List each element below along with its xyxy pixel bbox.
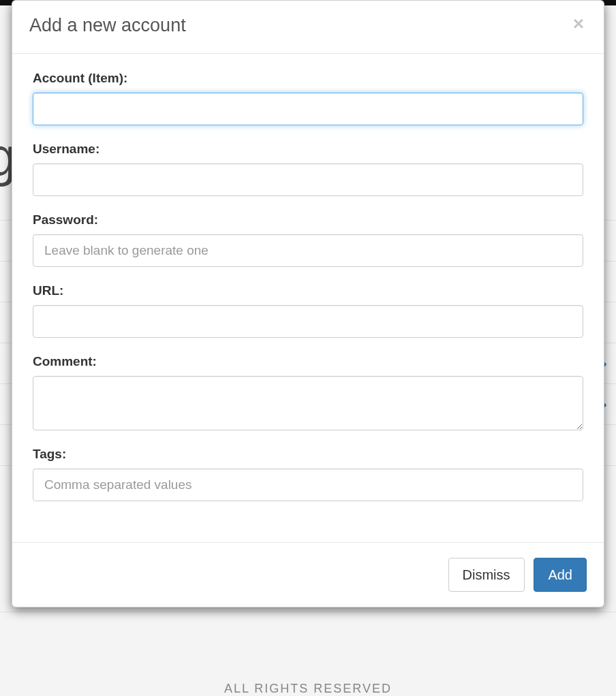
add-account-modal: Add a new account × Account (Item): User… [12, 0, 604, 607]
account-field-group: Account (Item): [33, 71, 583, 125]
password-field-group: Password: [33, 212, 583, 267]
dismiss-button[interactable]: Dismiss [448, 558, 525, 592]
password-label: Password: [33, 212, 583, 227]
url-input[interactable] [33, 305, 583, 338]
url-field-group: URL: [33, 283, 583, 338]
modal-body: Account (Item): Username: Password: URL:… [12, 54, 604, 542]
url-label: URL: [33, 283, 583, 298]
account-label: Account (Item): [33, 71, 583, 86]
username-label: Username: [33, 142, 583, 157]
comment-field-group: Comment: [33, 354, 583, 430]
username-field-group: Username: [33, 142, 583, 196]
password-input[interactable] [33, 234, 583, 267]
comment-label: Comment: [33, 354, 583, 369]
close-icon[interactable]: × [570, 14, 587, 33]
add-button[interactable]: Add [534, 558, 587, 592]
modal-title: Add a new account [29, 14, 186, 36]
account-input[interactable] [33, 93, 583, 125]
comment-textarea[interactable] [33, 376, 583, 430]
tags-field-group: Tags: [33, 447, 583, 501]
username-input[interactable] [33, 163, 583, 196]
modal-header: Add a new account × [12, 1, 604, 54]
modal-footer: Dismiss Add [12, 542, 604, 607]
tags-input[interactable] [33, 469, 583, 501]
tags-label: Tags: [33, 447, 583, 462]
